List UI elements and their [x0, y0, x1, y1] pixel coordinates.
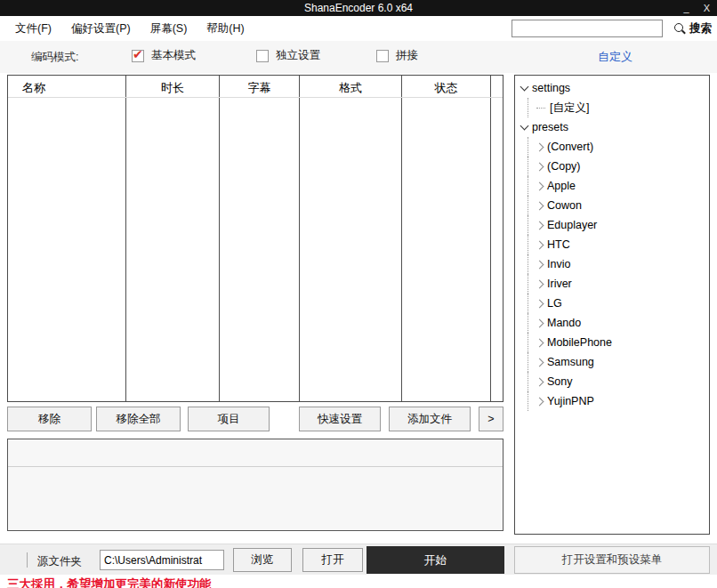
chevron-right-icon[interactable]	[536, 221, 544, 230]
search-icon	[674, 23, 686, 35]
tree-item-label: HTC	[547, 238, 570, 251]
column-header-format[interactable]: 格式	[300, 76, 402, 401]
tree-item-label: presets	[532, 121, 568, 133]
mode-option-join[interactable]: 拼接	[376, 48, 418, 63]
column-header-status[interactable]: 状态	[402, 76, 491, 401]
search-button[interactable]: 搜索	[674, 19, 712, 38]
log-area[interactable]	[7, 439, 504, 531]
tree-item-label: Samsung	[547, 356, 594, 368]
tree-item-yujinpnp[interactable]: YujinPNP	[515, 391, 709, 411]
chevron-right-icon[interactable]	[536, 240, 544, 249]
tree-line	[528, 98, 536, 117]
tree-item-mobilephone[interactable]: MobilePhone	[515, 333, 709, 352]
tree-item-presets[interactable]: presets	[515, 117, 709, 137]
chevron-right-icon[interactable]	[536, 377, 544, 386]
tree-item-apple[interactable]: Apple	[515, 176, 709, 196]
title-bar: ShanaEncoder 6.0 x64 _ X	[0, 0, 717, 16]
column-header-subtitle[interactable]: 字幕	[220, 76, 300, 401]
column-header-label: 字幕	[248, 81, 271, 94]
tree-item-htc[interactable]: HTC	[515, 235, 709, 254]
more-button[interactable]: >	[479, 407, 504, 431]
window-controls: _ X	[684, 0, 710, 16]
output-path-input[interactable]	[100, 550, 224, 570]
browse-button[interactable]: 浏览	[233, 548, 292, 572]
tree-item-label: [自定义]	[550, 101, 589, 116]
announcement-text: 三大採用，希望增加更完美的新使功能	[7, 576, 212, 588]
mode-option-basic[interactable]: 基本模式	[132, 48, 196, 63]
chevron-right-icon[interactable]	[536, 142, 544, 151]
minimize-button[interactable]: _	[684, 3, 689, 13]
tree-item-settings[interactable]: settings	[515, 78, 709, 98]
chevron-right-icon[interactable]	[536, 358, 544, 366]
tree-item-label: Iriver	[547, 278, 572, 290]
tree-item-convert[interactable]: (Convert)	[515, 137, 709, 157]
project-button[interactable]: 项目	[188, 407, 270, 431]
search-input[interactable]	[512, 20, 663, 37]
source-folder-button[interactable]: 源文件夹	[37, 554, 82, 569]
preset-tree-panel[interactable]: settings [自定义] presets (Convert) (Copy) …	[514, 75, 710, 535]
start-button[interactable]: 开始	[367, 546, 504, 574]
tree-line	[536, 108, 545, 109]
tree-item-label: Sony	[547, 375, 573, 388]
shanaencoder-window: ShanaEncoder 6.0 x64 _ X 文件(F) 偏好设置(P) 屏…	[0, 0, 717, 588]
chevron-right-icon[interactable]	[536, 397, 544, 406]
tree-item-invio[interactable]: Invio	[515, 254, 709, 274]
tree-item-mando[interactable]: Mando	[515, 313, 709, 333]
tree-item-label: Cowon	[547, 199, 582, 212]
tree-item-custom[interactable]: [自定义]	[515, 98, 709, 117]
bottom-bar: 源文件夹 浏览 打开 开始 打开设置和预设菜单	[0, 544, 717, 575]
window-title: ShanaEncoder 6.0 x64	[304, 2, 413, 14]
file-list-table[interactable]: 名称 时长 字幕 格式 状态	[7, 75, 504, 402]
tree-item-cowon[interactable]: Cowon	[515, 196, 709, 215]
customize-link[interactable]: 自定义	[598, 49, 632, 65]
chevron-right-icon[interactable]	[536, 299, 544, 308]
open-settings-presets-menu-button[interactable]: 打开设置和预设菜单	[514, 546, 710, 574]
chevron-right-icon[interactable]	[536, 201, 544, 210]
search-button-label: 搜索	[689, 21, 712, 36]
column-header-name[interactable]: 名称	[8, 76, 126, 401]
encoding-mode-bar: 编码模式: 基本模式 独立设置 拼接 自定义	[0, 41, 717, 73]
divider	[27, 552, 28, 568]
tree-item-label: Invio	[547, 258, 570, 270]
chevron-right-icon[interactable]	[536, 279, 544, 288]
log-area-divider	[8, 466, 503, 467]
chevron-right-icon[interactable]	[536, 318, 544, 327]
checkbox-independent-settings[interactable]	[256, 50, 269, 62]
mode-option-independent[interactable]: 独立设置	[256, 48, 320, 63]
tree-item-copy[interactable]: (Copy)	[515, 157, 709, 176]
tree-item-sony[interactable]: Sony	[515, 372, 709, 391]
tree-item-iriver[interactable]: Iriver	[515, 274, 709, 294]
column-header-label: 状态	[435, 81, 458, 94]
chevron-right-icon[interactable]	[536, 338, 544, 347]
chevron-down-icon[interactable]	[520, 122, 529, 131]
tree-item-samsung[interactable]: Samsung	[515, 352, 709, 372]
tree-item-label: YujinPNP	[547, 395, 594, 407]
close-button[interactable]: X	[704, 3, 710, 13]
tree-item-label: Apple	[547, 180, 576, 192]
chevron-right-icon[interactable]	[536, 260, 544, 269]
menu-item-screen[interactable]: 屏幕(S)	[141, 19, 197, 38]
chevron-right-icon[interactable]	[536, 162, 544, 171]
menu-item-preferences[interactable]: 偏好设置(P)	[61, 19, 141, 38]
chevron-down-icon[interactable]	[520, 83, 529, 92]
checkbox-basic-mode[interactable]	[132, 50, 144, 62]
tree-item-label: (Copy)	[547, 160, 581, 173]
quick-settings-button[interactable]: 快速设置	[299, 407, 381, 431]
add-files-button[interactable]: 添加文件	[389, 407, 471, 431]
column-header-duration[interactable]: 时长	[126, 76, 220, 401]
remove-all-button[interactable]: 移除全部	[96, 407, 181, 431]
tree-item-label: MobilePhone	[547, 336, 612, 349]
tree-item-eduplayer[interactable]: Eduplayer	[515, 215, 709, 235]
menu-item-help[interactable]: 帮助(H)	[197, 19, 254, 38]
tree-item-label: Eduplayer	[547, 219, 597, 231]
chevron-right-icon[interactable]	[536, 181, 544, 190]
menu-item-file[interactable]: 文件(F)	[5, 19, 61, 38]
open-button[interactable]: 打开	[302, 548, 363, 572]
header-divider	[8, 97, 503, 98]
tree-item-label: LG	[547, 297, 562, 310]
column-header-label: 格式	[339, 81, 362, 94]
checkbox-join[interactable]	[376, 50, 389, 62]
tree-item-lg[interactable]: LG	[515, 294, 709, 313]
mode-option-label: 基本模式	[151, 48, 196, 63]
remove-button[interactable]: 移除	[7, 407, 92, 431]
